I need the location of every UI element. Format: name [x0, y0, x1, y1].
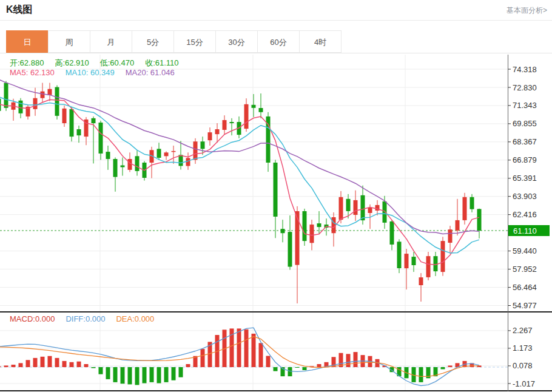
macd-bar: [121, 367, 125, 384]
candle-body: [230, 122, 234, 123]
candle-body: [70, 109, 74, 137]
candle-body: [274, 163, 278, 217]
macd-bar: [92, 367, 96, 368]
macd-bar: [143, 367, 147, 384]
axis-label: 62.416: [513, 210, 537, 219]
macd-bar: [26, 360, 30, 367]
candle-body: [172, 151, 176, 152]
axis-label: 65.391: [513, 174, 537, 183]
candle-body: [354, 200, 358, 215]
pane-separator: [0, 390, 552, 391]
candle-body: [317, 223, 321, 227]
macd-bar: [12, 365, 16, 367]
axis-label: 69.855: [513, 119, 537, 128]
macd-bar: [252, 334, 256, 367]
macd-bar: [244, 329, 249, 367]
candle-body: [113, 159, 118, 177]
axis-label: 74.318: [513, 65, 537, 74]
macd-bar: [62, 361, 67, 367]
candle-body: [412, 257, 416, 265]
candle-body: [419, 277, 423, 285]
candle-body: [179, 155, 183, 166]
candle-body: [55, 87, 59, 116]
macd-bar: [172, 367, 176, 380]
candle-body: [223, 120, 227, 130]
macd-bar: [0, 367, 1, 367]
axis-label: 59.440: [513, 246, 537, 255]
macd-bar: [99, 367, 103, 374]
candle-body: [252, 105, 256, 108]
candle-body: [194, 141, 198, 160]
candle-body: [77, 129, 81, 135]
pane-separator: [0, 311, 552, 313]
candle-body: [368, 208, 372, 213]
candle-body: [48, 89, 52, 95]
macd-bar: [179, 367, 183, 377]
axis-label: 56.464: [513, 283, 537, 292]
macd-bar: [317, 364, 321, 367]
candle-body: [4, 83, 8, 108]
axis-label: 57.952: [513, 265, 537, 274]
macd-bar: [266, 356, 271, 368]
candle-body: [448, 229, 453, 243]
macd-bar: [106, 367, 110, 379]
macd-bar: [19, 363, 23, 367]
candle-body: [383, 201, 387, 223]
macd-bar: [113, 367, 118, 382]
axis-label: -1.017: [513, 379, 535, 388]
macd-bar: [303, 367, 307, 370]
axis-label: 71.343: [513, 101, 537, 110]
candle-body: [128, 159, 132, 170]
kline-page: K线图 基本面分析> 日周月5分15分30分60分4时 74.31872.830…: [0, 0, 552, 392]
macd-bar: [448, 365, 453, 367]
macd-bar: [186, 364, 190, 367]
candle-body: [208, 132, 212, 140]
macd-bar: [288, 367, 292, 376]
candle-body: [186, 158, 190, 166]
candle-body: [288, 232, 292, 266]
macd-bar: [48, 356, 52, 367]
macd-bar: [77, 362, 81, 367]
axis-label: 63.903: [513, 192, 537, 201]
axis-label: 66.879: [513, 155, 537, 164]
axis-label: 2.267: [513, 326, 533, 335]
axis-label: 54.977: [513, 301, 537, 310]
candle-body: [106, 152, 110, 159]
candle-body: [463, 197, 467, 220]
candle-body: [361, 195, 365, 220]
candle-body: [215, 129, 220, 134]
macd-bar: [259, 343, 263, 367]
candle-body: [456, 220, 460, 231]
candle-body: [157, 149, 161, 158]
macd-bar: [150, 367, 154, 382]
kline-chart-canvas[interactable]: 74.31872.83071.34369.85568.36766.87965.3…: [0, 0, 552, 392]
current-price-badge-label: 61.110: [513, 226, 537, 235]
candle-body: [19, 101, 23, 113]
macd-bar: [70, 362, 74, 367]
candle-body: [121, 166, 125, 167]
candle-body: [201, 141, 205, 149]
candle-body: [310, 225, 314, 243]
macd-bar: [346, 354, 351, 367]
candle-body: [441, 241, 445, 272]
macd-bar: [419, 367, 423, 382]
candle-body: [397, 242, 402, 268]
macd-bar: [135, 367, 140, 385]
axis-label: 1.173: [513, 343, 533, 353]
candle-body: [470, 197, 474, 209]
candle-body: [99, 123, 103, 154]
candle-body: [477, 209, 482, 231]
candle-body: [434, 256, 438, 271]
macd-bar: [354, 352, 358, 367]
candle-body: [390, 221, 394, 245]
candle-body: [135, 156, 140, 171]
candle-body: [164, 152, 169, 156]
candle-body: [346, 199, 351, 211]
candle-body: [405, 254, 409, 268]
ma20-line: [0, 79, 479, 234]
macd-bar: [33, 358, 38, 367]
macd-bar: [274, 367, 278, 371]
macd-bar: [4, 365, 8, 367]
candle-body: [41, 92, 45, 98]
macd-bar: [55, 358, 59, 367]
